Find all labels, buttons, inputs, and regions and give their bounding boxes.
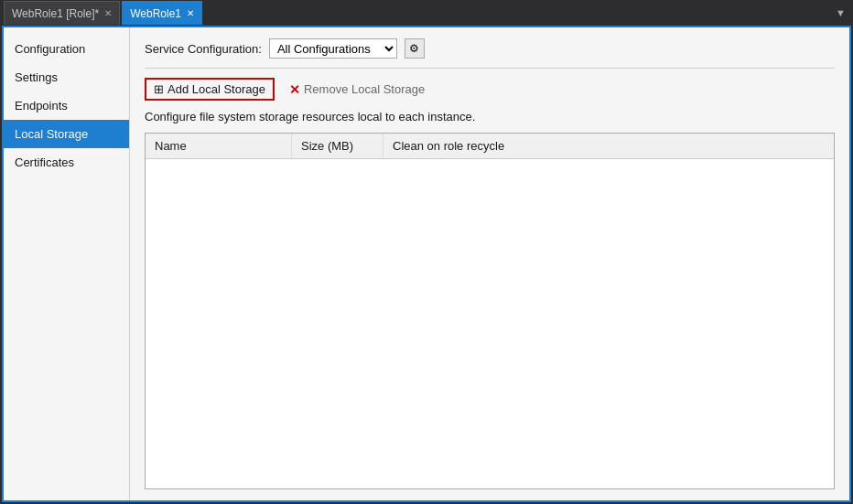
sidebar-item-settings-label: Settings (15, 70, 58, 84)
col-clean: Clean on role recycle (383, 134, 834, 158)
table-body (146, 159, 834, 415)
service-config-label: Service Configuration: (145, 42, 262, 56)
tab-webrole1-role-label: WebRole1 [Role]* (12, 7, 99, 20)
add-icon: ⊞ (154, 82, 164, 96)
service-config-select[interactable]: All Configurations Cloud Local (269, 38, 397, 59)
sidebar-item-local-storage-label: Local Storage (15, 127, 88, 141)
sidebar-item-certificates-label: Certificates (15, 155, 74, 169)
tab-webrole1-role-close[interactable]: ✕ (104, 8, 112, 18)
sidebar-item-local-storage[interactable]: Local Storage (4, 120, 129, 148)
sidebar-item-certificates[interactable]: Certificates (4, 148, 129, 177)
add-local-storage-label: Add Local Storage (167, 82, 265, 96)
table-header: Name Size (MB) Clean on role recycle (146, 134, 834, 159)
sidebar: Configuration Settings Endpoints Local S… (4, 27, 130, 500)
toolbar-row: ⊞ Add Local Storage ✕ Remove Local Stora… (145, 78, 835, 101)
sidebar-item-endpoints[interactable]: Endpoints (4, 91, 129, 120)
sidebar-item-settings[interactable]: Settings (4, 63, 129, 91)
sidebar-item-configuration-label: Configuration (15, 42, 85, 56)
add-local-storage-button[interactable]: ⊞ Add Local Storage (145, 78, 275, 101)
remove-local-storage-button[interactable]: ✕ Remove Local Storage (282, 80, 432, 100)
title-bar: WebRole1 [Role]* ✕ WebRole1 ✕ ▼ (0, 0, 853, 26)
tab-webrole1-label: WebRole1 (130, 7, 181, 20)
sidebar-item-configuration[interactable]: Configuration (4, 35, 129, 63)
remove-icon: ✕ (289, 82, 300, 97)
main-panel: Service Configuration: All Configuration… (130, 27, 849, 500)
service-config-row: Service Configuration: All Configuration… (145, 38, 835, 69)
col-size: Size (MB) (292, 134, 383, 158)
storage-table: Name Size (MB) Clean on role recycle (145, 133, 835, 489)
sidebar-item-endpoints-label: Endpoints (15, 99, 68, 113)
tab-webrole1-role[interactable]: WebRole1 [Role]* ✕ (4, 1, 120, 25)
remove-local-storage-label: Remove Local Storage (304, 82, 425, 96)
service-config-settings-button[interactable]: ⚙ (405, 38, 425, 59)
title-bar-dropdown[interactable]: ▼ (836, 7, 849, 18)
col-name: Name (146, 134, 292, 158)
tab-webrole1-close[interactable]: ✕ (187, 8, 194, 18)
content-area: Configuration Settings Endpoints Local S… (2, 26, 851, 502)
settings-icon: ⚙ (409, 42, 419, 55)
description-text: Configure file system storage resources … (145, 110, 835, 123)
main-window: WebRole1 [Role]* ✕ WebRole1 ✕ ▼ Configur… (0, 0, 853, 504)
tab-webrole1[interactable]: WebRole1 ✕ (122, 1, 202, 25)
